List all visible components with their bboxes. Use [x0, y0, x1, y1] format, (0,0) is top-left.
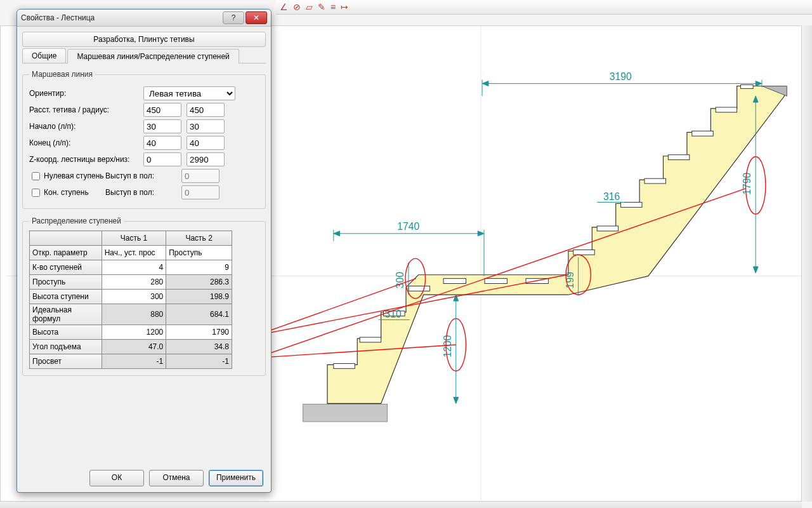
svg-marker-29	[334, 231, 340, 236]
tool-icon[interactable]: ▱	[306, 2, 313, 12]
label-start: Начало (л/п):	[29, 122, 143, 131]
svg-rect-11	[597, 226, 618, 231]
svg-rect-15	[692, 131, 713, 136]
svg-rect-3	[334, 363, 355, 368]
ok-button[interactable]: ОК	[89, 470, 144, 486]
label-end: Конец (л/п):	[29, 138, 143, 147]
input-dist-a[interactable]	[143, 103, 181, 117]
fieldset-march-line: Маршевая линия Ориентир: Левая тетива Ра…	[22, 70, 266, 209]
input-end-b[interactable]	[187, 136, 225, 150]
cancel-button[interactable]: Отмена	[149, 470, 204, 486]
tool-icon[interactable]: ✎	[318, 2, 325, 12]
svg-rect-13	[645, 178, 665, 184]
dialog-title: Свойства - Лестница	[21, 13, 221, 22]
check-nullstep[interactable]	[32, 172, 40, 180]
svg-marker-22	[756, 81, 762, 86]
input-start-a[interactable]	[143, 119, 181, 133]
table-row: Высота ступени300198.9	[30, 290, 232, 304]
label-z: Z-коорд. лестницы верх/низ:	[29, 155, 143, 164]
svg-rect-6	[409, 286, 429, 291]
button-bar: ОК Отмена Применить	[89, 470, 263, 486]
col-part2[interactable]: Часть 2	[166, 231, 232, 246]
dialog-titlebar[interactable]: Свойства - Лестница ? ✕	[17, 10, 271, 27]
tab-row: Общие Маршевая линия/Распределение ступе…	[22, 48, 266, 64]
table-row: Высота12001790	[30, 325, 232, 340]
dim-top: 3190	[610, 71, 632, 82]
svg-rect-16	[716, 107, 737, 112]
top-toolbar: ∠ ⊘ ▱ ✎ ≡ ↦	[276, 0, 812, 15]
table-row: Идеальная формул880684.1	[30, 304, 232, 325]
input-proj-a	[181, 169, 219, 183]
svg-marker-37	[454, 398, 459, 404]
horizontal-scrollbar[interactable]	[0, 501, 802, 508]
svg-marker-25	[753, 267, 758, 273]
svg-rect-14	[668, 155, 689, 160]
label-dist: Расст. тетива / радиус:	[29, 105, 143, 114]
dim-mid-len: 1740	[397, 221, 419, 232]
close-button[interactable]: ✕	[246, 11, 267, 24]
top-tab-dev[interactable]: Разработка, Плинтус тетивы	[22, 32, 266, 47]
label-nullstep: Нулевая ступень	[44, 171, 104, 180]
tab-common[interactable]: Общие	[22, 48, 66, 63]
tool-icon[interactable]: ↦	[341, 2, 348, 12]
apply-button[interactable]: Применить	[209, 470, 263, 486]
svg-rect-4	[360, 337, 381, 342]
svg-line-42	[256, 345, 456, 358]
distribution-table[interactable]: Часть 1 Часть 2 Откр. параметрНач., уст.…	[29, 231, 232, 369]
select-orient[interactable]: Левая тетива	[143, 86, 235, 100]
input-z-a[interactable]	[143, 152, 181, 166]
input-end-a[interactable]	[143, 136, 181, 150]
svg-rect-17	[741, 85, 754, 89]
svg-rect-7	[443, 279, 466, 284]
dim-right: 1790	[742, 172, 752, 194]
svg-rect-12	[621, 203, 642, 208]
svg-rect-10	[573, 250, 594, 255]
table-row: Просвет-1-1	[30, 354, 232, 369]
input-z-b[interactable]	[187, 152, 225, 166]
svg-marker-21	[482, 81, 488, 86]
svg-line-43	[256, 189, 746, 358]
table-row: Проступь280286.3	[30, 275, 232, 290]
label-proj-b: Выступ в пол:	[105, 188, 181, 197]
svg-rect-2	[303, 404, 388, 422]
label-endstep: Кон. ступень	[44, 188, 89, 197]
help-button[interactable]: ?	[223, 11, 244, 24]
table-row: К-во ступеней49	[30, 260, 232, 275]
table-row: Откр. параметрНач., уст. просПроступь	[30, 246, 232, 260]
tool-icon[interactable]: ≡	[331, 2, 336, 12]
properties-dialog: Свойства - Лестница ? ✕ Разработка, Плин…	[16, 9, 272, 493]
table-row: Угол подъема47.034.8	[30, 340, 232, 354]
label-proj-a: Выступ в пол:	[105, 171, 181, 180]
legend-distrib: Распределение ступеней	[29, 217, 124, 225]
col-part1[interactable]: Часть 1	[102, 231, 166, 246]
fieldset-distribution: Распределение ступеней Часть 1 Часть 2 О…	[22, 217, 266, 376]
input-dist-b[interactable]	[187, 103, 225, 117]
tool-icon[interactable]: ⊘	[293, 2, 301, 12]
tab-march[interactable]: Маршевая линия/Распределение ступеней	[67, 49, 239, 64]
tool-icon[interactable]: ∠	[280, 2, 288, 12]
input-start-b[interactable]	[187, 119, 225, 133]
vertical-scrollbar[interactable]	[801, 25, 812, 502]
label-orient: Ориентир:	[29, 89, 143, 98]
dim-1200: 1200	[442, 335, 453, 357]
legend-march: Маршевая линия	[29, 70, 95, 79]
dim-step-316: 316	[603, 191, 620, 202]
input-proj-b	[181, 185, 219, 199]
check-endstep[interactable]	[32, 189, 40, 197]
svg-rect-8	[485, 279, 507, 284]
